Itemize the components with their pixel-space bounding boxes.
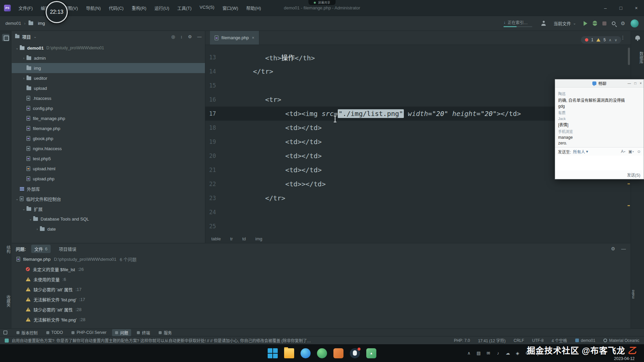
status-seg-PHP: 7.0[interactable]: PHP: 7.0 (454, 338, 470, 343)
settings-gear-icon[interactable]: ⚙ (611, 246, 615, 251)
code-line-23[interactable]: 23</tr> (205, 191, 628, 205)
settings-gear-icon[interactable]: ⚙ (188, 34, 192, 39)
hide-panel-icon[interactable]: — (621, 246, 626, 251)
editor-scrollbar[interactable] (628, 48, 630, 65)
editor-breadcrumb-tr[interactable]: tr (230, 236, 233, 241)
toolwindow-版本控制[interactable]: 版本控制 (13, 329, 41, 336)
minimize-button[interactable]: – (598, 0, 613, 16)
project-tool-icon[interactable] (2, 34, 9, 41)
menu-item-5[interactable]: 重构(R) (128, 3, 150, 13)
toolwindow-问题[interactable]: 问题 (112, 329, 131, 336)
tree-arrow-icon[interactable]: ⌄ (28, 217, 33, 221)
code-line-14[interactable]: 14</tr> (205, 64, 628, 78)
database-tool-button[interactable]: 数据库 (631, 52, 644, 64)
tree-item[interactable]: gbook.php (12, 133, 205, 143)
taskbar-icon-explorer[interactable] (284, 348, 294, 358)
maximize-button[interactable]: □ (613, 0, 629, 16)
image-tool-icon[interactable]: ▣▾ (628, 149, 634, 154)
notifications-bell-icon[interactable] (635, 36, 640, 40)
run-button[interactable] (584, 21, 587, 26)
chat-maximize-button[interactable]: □ (634, 81, 636, 85)
chat-close-button[interactable]: × (640, 81, 642, 85)
menu-item-8[interactable]: VCS(S) (196, 3, 218, 13)
taskbar-icon-start[interactable] (268, 348, 278, 358)
problem-row[interactable]: 无法解析文件 'file.png':28 (12, 314, 631, 324)
tree-item[interactable]: ›ueditor (12, 73, 205, 83)
next-problem-icon[interactable]: ∨ (614, 38, 617, 42)
locate-file-icon[interactable]: ◎ (171, 34, 175, 39)
close-button[interactable]: × (629, 0, 644, 16)
chat-minimize-button[interactable]: — (628, 81, 631, 85)
tree-item[interactable]: upload.html (12, 164, 205, 174)
tree-item[interactable]: ⌄扩展 (12, 204, 205, 214)
inspections-widget[interactable]: 1 5 ∧ ∨ (581, 36, 622, 44)
tree-item[interactable]: upload.php (12, 174, 205, 184)
status-seg-demo01[interactable]: demo01 (575, 338, 595, 343)
send-to-selector[interactable]: 所有人 ▾ (573, 149, 588, 155)
toolwindow-终端[interactable]: 终端 (134, 329, 153, 336)
menu-item-7[interactable]: 工具(T) (173, 3, 195, 13)
status-seg-UTF-8[interactable]: UTF-8 (532, 338, 544, 343)
status-message[interactable]: 启用自动重置配色方案?: 你是否了解你可自动重置内置主题的配色方案? 这样你就可… (12, 338, 314, 343)
tab-filemange-php[interactable]: filemange.php × (210, 31, 259, 45)
breadcrumb-folder[interactable]: img (29, 21, 45, 26)
tree-item[interactable]: .htaccess (12, 93, 205, 103)
toolwindow-switcher-icon[interactable] (3, 330, 7, 335)
problem-row[interactable]: filemange.phpD:\phpstudy_pro\WWW\demo016… (12, 254, 631, 264)
tab-file-problems[interactable]: 文件 6 (31, 245, 50, 253)
settings-gear-icon[interactable]: ⚙ (621, 20, 625, 26)
expand-collapse-icon[interactable]: ↕ (180, 34, 183, 39)
prev-problem-icon[interactable]: ∧ (609, 38, 611, 42)
tree-item[interactable]: ⌄Database Tools and SQL (12, 214, 205, 224)
left-strip-结构[interactable]: 结构 (0, 245, 11, 253)
toolwindow-PHP-CGI Server[interactable]: PHP-CGI Server (68, 329, 109, 336)
tray-icon-chevron-up[interactable]: ∧ (466, 351, 472, 356)
toolwindow-服务[interactable]: 服务 (156, 329, 175, 336)
tree-item[interactable]: nginx.htaccess (12, 143, 205, 154)
search-icon[interactable] (612, 21, 615, 25)
tree-item[interactable]: img (12, 63, 205, 73)
tree-arrow-icon[interactable]: ⌄ (14, 197, 20, 201)
menu-item-10[interactable]: 帮助(H) (243, 3, 265, 13)
stop-button[interactable] (602, 21, 606, 25)
toolwindow-TODO[interactable]: TODO (43, 329, 66, 336)
tree-item[interactable]: upload (12, 83, 205, 93)
problem-row[interactable]: 缺少必需的 'alt' 属性:28 (12, 304, 631, 314)
tree-item[interactable]: config.php (12, 103, 205, 113)
warning-stripe-mark[interactable] (628, 183, 630, 184)
chat-messages[interactable]: 陶远的确, 白名单没有解析漏洞真的没得搞gdg有质Jack[表情]手机浏览man… (555, 87, 644, 147)
status-seg-17:41 (12 字符)[interactable]: 17:41 (12 字符) (478, 338, 505, 343)
tree-arrow-icon[interactable]: › (21, 76, 26, 80)
more-options-icon[interactable]: ⋮ (621, 31, 631, 45)
left-strip-收藏夹[interactable]: 收藏夹 (0, 295, 11, 307)
hide-panel-icon[interactable]: — (197, 34, 202, 39)
code-line-24[interactable]: 24 (205, 205, 628, 219)
problem-row[interactable]: 缺少必需的 'alt' 属性:17 (12, 284, 631, 294)
tray-icon-cloud[interactable]: ☁ (505, 351, 511, 356)
menu-item-0[interactable]: 文件(F) (15, 3, 37, 13)
user-icon[interactable] (541, 21, 546, 26)
taskbar-date[interactable]: 2023-04-12 (614, 356, 635, 361)
problem-row[interactable]: 未定义的变量 $file_lst:26 (12, 264, 631, 274)
tree-item[interactable]: ⌄demo01D:\phpstudy_pro\WWW\demo01 (12, 43, 205, 53)
avatar[interactable] (631, 19, 639, 27)
tree-arrow-icon[interactable]: › (21, 56, 26, 60)
close-tab-icon[interactable]: × (252, 35, 255, 40)
tree-item[interactable]: file_manage.php (12, 113, 205, 123)
send-button[interactable]: 发送(S) (627, 172, 640, 178)
code-line-25[interactable]: 25 (205, 219, 628, 233)
breadcrumb-project[interactable]: demo01 (5, 21, 21, 26)
tray-icon-shield[interactable]: ◈ (515, 351, 520, 356)
taskbar-icon-tools[interactable] (333, 348, 343, 358)
menu-item-4[interactable]: 代码(C) (105, 3, 127, 13)
status-seg-CRLF[interactable]: CRLF (514, 338, 524, 343)
taskbar-icon-qq[interactable] (350, 348, 360, 358)
tree-item[interactable]: ›date (12, 224, 205, 234)
tab-project-errors[interactable]: 项目错误 (56, 245, 79, 253)
font-tool-icon[interactable]: A▾ (621, 149, 625, 154)
warning-stripe-mark[interactable] (628, 205, 630, 206)
tree-item[interactable]: ⌄临时文件和控制台 (12, 194, 205, 204)
menu-item-6[interactable]: 运行(U) (151, 3, 173, 13)
chat-input[interactable] (555, 156, 644, 170)
screen-share-pill[interactable]: 屏幕共享 (308, 0, 335, 5)
